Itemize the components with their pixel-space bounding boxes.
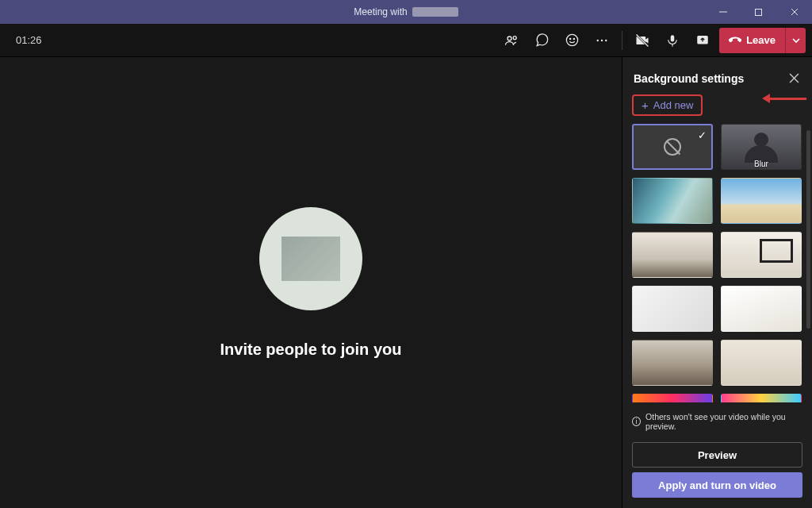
more-icon[interactable] <box>588 28 615 53</box>
svg-point-9 <box>597 39 599 40</box>
title-prefix: Meeting with <box>354 6 407 17</box>
plus-icon: + <box>642 99 649 111</box>
svg-point-5 <box>513 36 516 39</box>
bg-option-image[interactable] <box>632 340 713 386</box>
svg-rect-1 <box>756 9 762 15</box>
info-icon: i <box>632 417 641 426</box>
bg-option-image[interactable] <box>721 394 802 402</box>
bg-option-image[interactable] <box>721 286 802 332</box>
preview-info: i Others won't see your video while you … <box>632 407 802 437</box>
bg-option-image[interactable] <box>721 178 802 224</box>
apply-label: Apply and turn on video <box>658 479 776 491</box>
share-screen-icon[interactable] <box>689 28 716 53</box>
reactions-icon[interactable] <box>558 28 585 53</box>
avatar-placeholder <box>282 237 340 281</box>
background-thumbnails: ✓ Blur <box>622 122 812 402</box>
info-text: Others won't see your video while you pr… <box>645 412 802 431</box>
svg-point-11 <box>605 39 607 40</box>
meeting-toolbar: 01:26 <box>0 24 812 57</box>
svg-point-10 <box>601 39 603 40</box>
svg-point-8 <box>573 38 574 39</box>
toolbar-actions: Leave <box>498 28 806 53</box>
bg-option-image[interactable] <box>632 232 713 278</box>
panel-footer: i Others won't see your video while you … <box>622 402 812 508</box>
check-icon: ✓ <box>698 129 707 141</box>
none-icon <box>664 138 681 156</box>
meeting-timer: 01:26 <box>16 34 42 46</box>
background-settings-panel: Background settings + Add new <box>622 57 812 508</box>
stage-prompt: Invite people to join you <box>220 341 402 359</box>
app-window: Meeting with 01:26 <box>0 0 812 508</box>
bg-option-image[interactable] <box>721 340 802 386</box>
annotation-arrow <box>762 94 806 103</box>
add-new-button[interactable]: + Add new <box>632 94 703 116</box>
bg-option-image[interactable] <box>721 232 802 278</box>
svg-point-6 <box>566 34 577 45</box>
bg-option-none[interactable]: ✓ <box>632 124 713 170</box>
bg-option-image[interactable] <box>632 394 713 402</box>
window-title: Meeting with <box>354 6 458 17</box>
panel-header: Background settings <box>622 57 812 93</box>
preview-button[interactable]: Preview <box>632 442 802 468</box>
microphone-icon[interactable] <box>659 28 686 53</box>
bg-option-blur[interactable]: Blur <box>721 124 802 170</box>
svg-rect-14 <box>671 35 675 41</box>
bg-option-image[interactable] <box>632 286 713 332</box>
panel-scrollbar[interactable] <box>806 130 810 329</box>
close-window-button[interactable] <box>776 0 812 24</box>
add-new-label: Add new <box>653 99 694 111</box>
svg-point-7 <box>569 38 570 39</box>
window-controls <box>705 0 812 24</box>
panel-title: Background settings <box>634 72 744 85</box>
svg-point-4 <box>508 37 511 40</box>
meeting-stage: Invite people to join you <box>0 57 622 508</box>
blur-label: Blur <box>722 160 801 168</box>
leave-label: Leave <box>746 34 776 46</box>
main-body: Invite people to join you Background set… <box>0 57 812 508</box>
hangup-icon <box>729 34 741 47</box>
bg-option-image[interactable] <box>632 178 713 224</box>
minimize-button[interactable] <box>705 0 741 24</box>
people-icon[interactable] <box>498 28 525 53</box>
title-redacted <box>412 7 458 17</box>
close-panel-button[interactable] <box>786 71 802 85</box>
preview-label: Preview <box>698 449 737 461</box>
apply-button[interactable]: Apply and turn on video <box>632 472 802 498</box>
camera-off-icon[interactable] <box>629 28 656 53</box>
titlebar: Meeting with <box>0 0 812 24</box>
avatar <box>259 207 362 310</box>
chat-icon[interactable] <box>528 28 555 53</box>
maximize-button[interactable] <box>741 0 776 24</box>
leave-caret[interactable] <box>785 28 806 53</box>
toolbar-separator <box>622 31 622 50</box>
leave-button[interactable]: Leave <box>719 28 806 53</box>
